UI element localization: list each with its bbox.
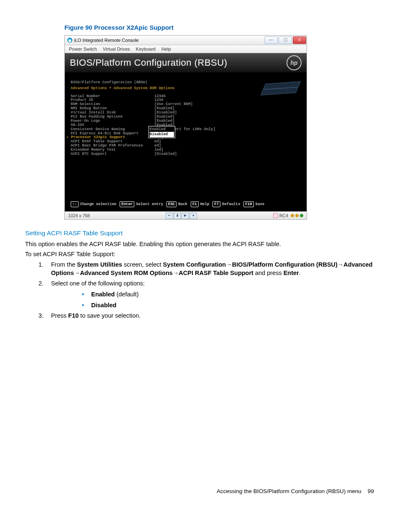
bios-key-hints: ↑↓Change selection EnterSelect entry ESC… (71, 201, 301, 207)
t: Enter (284, 270, 299, 276)
t: System Configuration (163, 261, 226, 268)
menu-help[interactable]: Help (161, 46, 171, 52)
status-led-1 (291, 214, 294, 217)
window-maximize-button[interactable]: ▢ (279, 36, 292, 44)
popup-option-disabled[interactable]: Disabled (150, 132, 174, 137)
t: ACPI RASF Table Support (179, 270, 253, 276)
status-rc: RC4 (279, 213, 288, 218)
bios-breadcrumb-path: Advanced Options + Advanced System ROM O… (71, 86, 301, 91)
status-led-3 (300, 214, 303, 217)
arrow-icon: → (74, 270, 80, 276)
window-close-button[interactable]: x (293, 36, 306, 44)
section-heading: Setting ACPI RASF Table Support (25, 229, 374, 238)
t: Press (51, 312, 68, 319)
t: BIOS/Platform Configuration (RBSU) (232, 261, 338, 268)
t: Enabled (91, 291, 115, 298)
page-number: 99 (368, 488, 374, 494)
steps-list: From the System Utilities screen, select… (25, 261, 374, 320)
option-popup[interactable]: Enabled Disabled (148, 126, 175, 138)
t: Select one of the following options: (51, 280, 145, 287)
option-enabled: Enabled (default) (76, 290, 374, 299)
status-btn-1[interactable]: ⇤ (166, 213, 173, 219)
status-btn-3[interactable]: ▶ (182, 213, 189, 219)
key-f1: F1 (191, 201, 199, 207)
t: Disabled (91, 302, 116, 308)
window-titlebar: ⬤ iLO Integrated Remote Console — ▢ x (65, 36, 307, 45)
t: screen, select (122, 261, 163, 268)
bios-breadcrumb-root: BIOS/Platform Configuration (RBSU) (71, 80, 301, 85)
arrow-icon: → (338, 261, 344, 268)
step-2: Select one of the following options: Ena… (45, 280, 374, 309)
key-f7-label: Defaults (222, 202, 240, 207)
menu-keyboard[interactable]: Keyboard (136, 46, 156, 52)
hp-small-icon: ⬤ (67, 38, 72, 43)
bios-option-value: ed] (154, 140, 221, 144)
key-enter: Enter (120, 201, 134, 207)
footer-text: Accessing the BIOS/Platform Configuratio… (217, 488, 361, 494)
key-updown-label: Change selection (80, 202, 116, 207)
window-title: iLO Integrated Remote Console (74, 37, 139, 44)
window-minimize-button[interactable]: — (264, 36, 278, 44)
window-menubar: Power Switch Virtual Drives Keyboard Hel… (65, 45, 307, 53)
bios-option-value: ed] (154, 144, 221, 148)
section-intro: This option enables the ACPI RASF table.… (25, 240, 374, 249)
popup-option-enabled[interactable]: Enabled (150, 127, 174, 132)
bios-title: BIOS/Platform Configuration (RBSU) (70, 57, 227, 69)
step-3: Press F10 to save your selection. (45, 312, 374, 320)
t: and press (253, 270, 284, 276)
t: System Utilities (77, 261, 122, 268)
lock-icon (273, 213, 278, 218)
menu-virtual-drives[interactable]: Virtual Drives (103, 46, 130, 52)
status-resolution: 1024 x 768 (68, 213, 90, 218)
figure-caption: Figure 90 Processor X2Apic Support (64, 23, 374, 32)
key-f10: F10 (243, 201, 253, 207)
t: (default) (115, 291, 138, 298)
status-bar: 1024 x 768 ⇤ ▮ ▶ ● RC4 (65, 211, 307, 219)
t: F10 (68, 312, 79, 319)
key-f10-label: Save (256, 202, 265, 207)
bios-option-table: Serial NumberProduct IDROM SelectionNMI … (71, 95, 301, 157)
arrow-icon: → (173, 270, 179, 276)
bios-option-value: 12345 (154, 95, 221, 99)
t: Advanced System ROM Options (80, 270, 173, 276)
key-f1-label: Help (200, 202, 210, 207)
step-1: From the System Utilities screen, select… (45, 261, 374, 277)
menu-power-switch[interactable]: Power Switch (69, 46, 97, 52)
bios-option-label[interactable]: ACPI RTC Support (71, 152, 154, 157)
status-button-group: ⇤ ▮ ▶ ● (166, 213, 197, 219)
status-btn-2[interactable]: ▮ (174, 213, 181, 219)
t: From the (51, 261, 77, 268)
key-updown: ↑↓ (71, 201, 79, 207)
option-disabled: Disabled (76, 301, 374, 310)
key-enter-label: Select entry (136, 202, 163, 207)
key-f7: F7 (212, 201, 220, 207)
t: to save your selection. (79, 312, 141, 319)
screenshot-window: ⬤ iLO Integrated Remote Console — ▢ x Po… (64, 35, 307, 220)
key-esc: ESC (166, 201, 176, 207)
section-lead: To set ACPI RASF Table Support: (25, 250, 374, 259)
hp-logo-icon: hp (286, 55, 302, 70)
t: . (299, 270, 301, 276)
bios-screen: BIOS/Platform Configuration (RBSU) hp BI… (65, 53, 307, 211)
page-footer: Accessing the BIOS/Platform Configuratio… (25, 488, 374, 495)
status-btn-4[interactable]: ● (189, 213, 197, 219)
arrow-icon: → (226, 261, 232, 268)
status-led-2 (295, 214, 299, 217)
key-esc-label: Back (178, 202, 187, 207)
bios-header: BIOS/Platform Configuration (RBSU) hp (65, 53, 307, 72)
bios-option-value: [Disabled] (154, 152, 221, 157)
